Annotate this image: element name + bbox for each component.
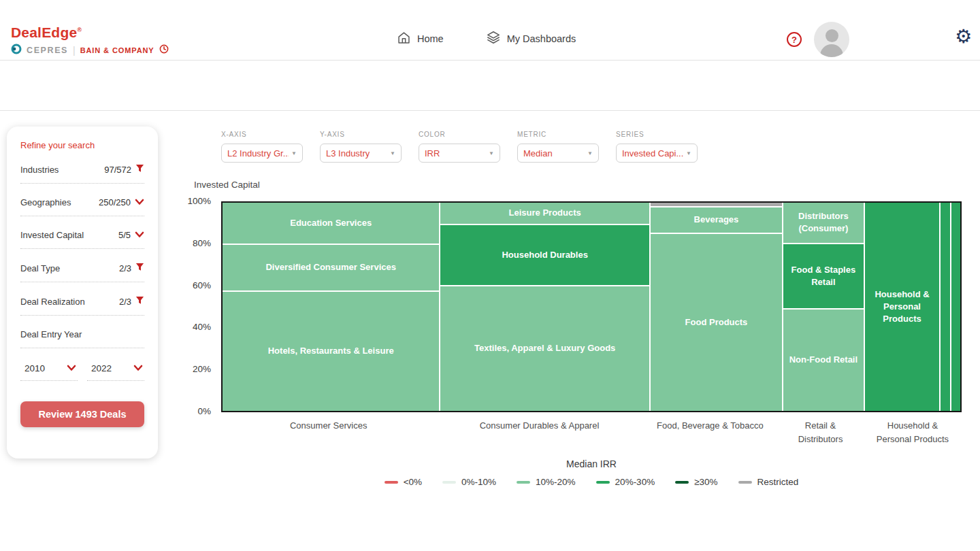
y-axis-value: L3 Industry [326,148,370,158]
filter-industries-label: Industries [20,165,59,175]
filter-geographies-value: 250/250 [99,197,131,207]
segment-label: Leisure Products [509,207,581,219]
x-axis-value: L2 Industry Gr... [227,148,289,158]
color-select[interactable]: IRR▼ [419,144,500,163]
logo-title: DealEdge® [11,24,169,41]
filter-deal-type[interactable]: Deal Type 2/3 [20,263,144,282]
caret-down-icon: ▼ [686,150,691,156]
chevron-down-icon [135,197,144,207]
sub-header-band [0,61,980,111]
dealedge-logo[interactable]: DealEdge® CEPRES | BAIN & COMPANY [11,24,169,57]
chevron-down-icon [135,230,144,240]
mekko-segment[interactable]: Household & Personal Products [865,203,939,411]
top-header: DealEdge® CEPRES | BAIN & COMPANY Home M… [0,0,980,61]
mekko-column: Household & Personal Products [865,203,939,411]
funnel-icon [135,164,144,175]
year-to-value: 2022 [91,363,112,373]
gear-icon[interactable]: ⚙ [955,27,972,46]
review-deals-button[interactable]: Review 1493 Deals [20,401,144,427]
mekko-column: Distributors (Consumer)Food & Staples Re… [783,203,864,411]
y-tick-label: 80% [193,238,211,248]
segment-label: Non-Food Retail [789,354,858,366]
y-tick-label: 40% [193,322,211,332]
mekko-segment[interactable] [941,203,950,411]
legend-label: Restricted [757,477,799,487]
mekko-segment[interactable]: Food Products [651,234,782,411]
legend-swatch [738,481,752,484]
segment-label: Distributors (Consumer) [787,210,860,235]
mekko-segment[interactable]: Leisure Products [440,203,649,224]
filter-geographies[interactable]: Geographies 250/250 [20,197,144,216]
x-category-label: Household & Personal Products [864,419,962,446]
main-nav: Home My Dashboards [397,30,576,47]
mekko-segment[interactable]: Non-Food Retail [783,310,864,411]
segment-label: Food & Staples Retail [787,264,860,288]
filter-industries[interactable]: Industries 97/572 [20,164,144,184]
mekko-column: BeveragesFood Products [651,203,782,411]
filter-deal-type-value: 2/3 [119,263,131,273]
mekko-segment[interactable]: Diversified Consumer Services [223,245,439,290]
filter-deal-realization[interactable]: Deal Realization 2/3 [20,296,144,316]
mekko-segment[interactable]: Education Services [223,203,439,244]
nav-home-label: Home [417,33,444,44]
y-tick-label: 20% [193,364,211,374]
mekko-segment[interactable]: Food & Staples Retail [783,244,864,308]
mekko-segment[interactable] [951,203,960,411]
y-axis-select[interactable]: L3 Industry▼ [320,144,402,163]
segment-label: Beverages [694,214,739,226]
mekko-plot: Education ServicesDiversified Consumer S… [221,201,962,412]
filter-invested-capital[interactable]: Invested Capital 5/5 [20,230,144,249]
filter-deal-entry-year[interactable]: Deal Entry Year [20,329,144,348]
mekko-segment[interactable] [651,203,782,206]
filter-deal-type-label: Deal Type [20,263,60,273]
legend-swatch [385,481,398,484]
cepres-label: CEPRES [27,46,68,55]
legend-swatch [596,481,610,484]
mekko-column [951,203,960,411]
avatar-head-shape [826,29,838,42]
control-metric-label: METRIC [517,131,599,138]
metric-select[interactable]: Median▼ [517,144,599,163]
legend-swatch [675,481,689,484]
x-category-label: Retail & Distributors [777,419,864,446]
logo-divider: | [73,45,76,56]
mekko-column: Education ServicesDiversified Consumer S… [223,203,439,411]
control-y-axis-label: Y-AXIS [320,131,402,138]
funnel-icon [135,263,144,273]
bain-clock-icon [159,44,169,56]
series-value: Invested Capi... [622,148,683,158]
color-value: IRR [425,148,440,158]
avatar[interactable] [814,22,849,57]
caret-down-icon: ▼ [489,150,494,156]
mekko-column [941,203,950,411]
mekko-segment[interactable]: Household Durables [440,225,649,285]
segment-label: Household Durables [502,249,587,261]
mekko-segment[interactable]: Distributors (Consumer) [783,203,864,243]
caret-down-icon: ▼ [291,150,297,156]
year-to-select[interactable]: 2022 [87,362,144,381]
legend-swatch [442,481,456,484]
segment-label: Diversified Consumer Services [265,261,395,273]
mekko-segment[interactable]: Beverages [651,207,782,233]
chevron-down-icon [133,363,143,373]
mekko-segment[interactable]: Textiles, Apparel & Luxury Goods [440,286,649,411]
mekko-segment[interactable]: Hotels, Restaurants & Leisure [223,292,439,411]
legend-item: 0%-10% [442,477,496,487]
legend-item: ≥30% [675,477,717,487]
filter-geographies-label: Geographies [20,197,71,207]
help-icon[interactable]: ? [787,32,802,47]
control-x-axis-label: X-AXIS [221,131,303,138]
avatar-body-shape [820,44,843,57]
segment-label: Food Products [685,316,748,329]
x-axis-select[interactable]: L2 Industry Gr...▼ [221,144,303,163]
control-y-axis: Y-AXIS L3 Industry▼ [320,131,402,163]
control-metric: METRIC Median▼ [517,131,599,163]
series-select[interactable]: Invested Capi...▼ [616,144,698,163]
filter-industries-value: 97/572 [104,165,131,175]
bain-label: BAIN & COMPANY [80,46,154,54]
year-from-select[interactable]: 2010 [20,362,78,381]
nav-my-dashboards[interactable]: My Dashboards [486,30,576,47]
nav-home[interactable]: Home [397,30,444,47]
filter-deal-entry-year-label: Deal Entry Year [20,329,82,339]
funnel-icon [135,296,144,307]
